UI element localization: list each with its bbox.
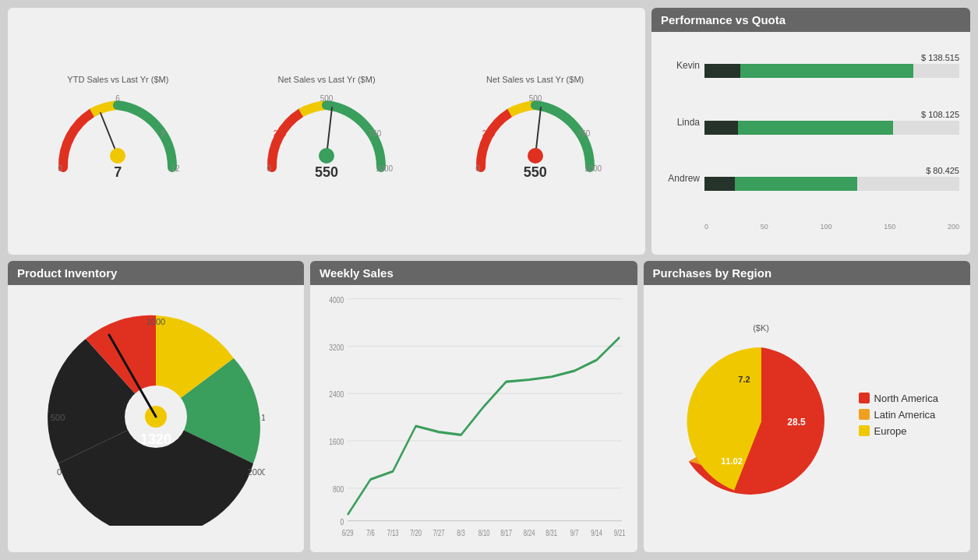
perf-linda-name: Linda (662, 117, 700, 128)
gauge-1-title: YTD Sales vs Last Yr ($M) (67, 75, 168, 84)
svg-text:0: 0 (341, 516, 344, 526)
svg-text:6: 6 (116, 94, 121, 103)
weekly-sales-panel: Weekly Sales 4000 3200 2400 1600 800 0 (310, 261, 637, 552)
gauge-3: Net Sales vs Last Yr ($M) 0 250 500 750 … (433, 75, 637, 187)
svg-text:7/6: 7/6 (366, 528, 375, 537)
legend-north-america-label: North America (874, 393, 938, 404)
perf-linda: Linda $ 108.125 (662, 110, 959, 137)
gauge-3-svg: 0 250 500 750 1000 550 (465, 86, 606, 187)
perf-andrew: Andrew $ 80.425 (662, 166, 959, 193)
svg-text:11.02: 11.02 (721, 456, 743, 466)
svg-text:7/27: 7/27 (433, 528, 445, 537)
purchases-body: ($K) 28.5 11.02 7.2 (644, 285, 971, 549)
purchases-panel: Purchases by Region ($K) 28.5 (644, 261, 971, 552)
legend-north-america-dot (859, 393, 870, 403)
svg-text:9: 9 (161, 129, 166, 138)
perf-axis-0: 0 (704, 223, 708, 231)
svg-text:1500: 1500 (261, 413, 265, 422)
gauges-panel: YTD Sales vs Last Yr ($M) 0 3 6 9 12 (8, 8, 645, 255)
inventory-body: 1000 1500 500 2000 0 1320 (8, 285, 304, 549)
svg-text:0: 0 (475, 164, 480, 173)
perf-kevin-bar: $ 138.515 (704, 53, 959, 78)
svg-text:8/10: 8/10 (478, 528, 490, 537)
svg-text:250: 250 (482, 129, 495, 138)
weekly-sales-body: 4000 3200 2400 1600 800 0 6/29 7/6 7/13 … (310, 285, 637, 549)
svg-text:250: 250 (274, 129, 287, 138)
svg-text:12: 12 (171, 164, 181, 173)
gauge-2: Net Sales vs Last Yr ($M) 0 250 500 750 … (224, 75, 429, 187)
perf-linda-bar: $ 108.125 (704, 110, 959, 135)
perf-linda-amount: $ 108.125 (704, 110, 959, 119)
svg-text:9/14: 9/14 (591, 528, 602, 537)
svg-text:500: 500 (51, 413, 65, 422)
svg-text:1000: 1000 (584, 164, 602, 173)
perf-axis-50: 50 (761, 223, 768, 231)
legend-europe-dot (859, 425, 870, 436)
purchases-header: Purchases by Region (644, 261, 971, 285)
svg-text:3200: 3200 (329, 342, 344, 351)
perf-andrew-bar: $ 80.425 (704, 166, 959, 191)
svg-text:6/29: 6/29 (342, 528, 354, 537)
performance-body: Kevin $ 138.515 Linda $ 108.125 (651, 32, 970, 252)
gauge-container: YTD Sales vs Last Yr ($M) 0 3 6 9 12 (8, 8, 645, 255)
legend-latin-america-label: Latin America (874, 409, 936, 421)
perf-axis-150: 150 (884, 223, 895, 231)
svg-text:28.5: 28.5 (787, 417, 806, 428)
svg-point-20 (528, 148, 543, 164)
svg-text:8/3: 8/3 (457, 528, 465, 537)
svg-point-6 (110, 148, 125, 164)
svg-text:0: 0 (57, 467, 62, 477)
svg-text:1000: 1000 (147, 317, 165, 326)
gauge-2-svg: 0 250 500 750 1000 550 (256, 86, 397, 187)
svg-text:7.2: 7.2 (738, 375, 750, 384)
svg-text:3: 3 (69, 129, 74, 138)
gauge-1-svg: 0 3 6 9 12 7 (48, 86, 188, 187)
svg-text:500: 500 (528, 94, 542, 103)
legend-europe-label: Europe (874, 425, 907, 437)
inventory-panel: Product Inventory (8, 261, 304, 552)
perf-andrew-name: Andrew (662, 173, 700, 184)
svg-text:750: 750 (577, 129, 590, 138)
gauge-1-value: 7 (114, 164, 122, 181)
svg-text:750: 750 (369, 129, 382, 138)
legend-north-america: North America (859, 393, 938, 404)
gauge-2-title: Net Sales vs Last Yr ($M) (277, 75, 375, 84)
perf-axis-100: 100 (820, 223, 831, 231)
perf-axis-200: 200 (948, 223, 959, 231)
performance-header: Performance vs Quota (651, 8, 970, 32)
inventory-chart: 1000 1500 500 2000 0 1320 (47, 308, 265, 526)
gauge-3-value: 550 (524, 164, 547, 181)
gauge-2-value: 550 (315, 164, 338, 181)
svg-text:500: 500 (320, 94, 334, 103)
gauge-3-title: Net Sales vs Last Yr ($M) (486, 75, 584, 84)
svg-text:8/17: 8/17 (500, 528, 512, 537)
gauge-1: YTD Sales vs Last Yr ($M) 0 3 6 9 12 (16, 75, 221, 187)
svg-text:2400: 2400 (329, 389, 344, 399)
purchases-legend: North America Latin America Europe (859, 393, 938, 442)
perf-kevin: Kevin $ 138.515 (662, 53, 959, 80)
legend-latin-america: Latin America (859, 409, 938, 421)
performance-panel: Performance vs Quota Kevin $ 138.515 (651, 8, 970, 255)
svg-text:800: 800 (333, 484, 344, 493)
svg-point-13 (319, 148, 334, 164)
legend-latin-america-dot (859, 409, 870, 420)
svg-text:8/31: 8/31 (545, 528, 557, 537)
svg-text:9/7: 9/7 (570, 528, 579, 537)
svg-text:7/13: 7/13 (387, 528, 399, 537)
svg-text:8/24: 8/24 (524, 528, 535, 537)
svg-text:1320: 1320 (140, 431, 171, 447)
svg-text:2000: 2000 (248, 467, 265, 477)
purchases-chart: ($K) 28.5 11.02 7.2 (676, 323, 847, 510)
perf-andrew-amount: $ 80.425 (704, 166, 959, 175)
svg-text:4000: 4000 (329, 294, 344, 304)
svg-text:1600: 1600 (329, 437, 344, 446)
perf-kevin-name: Kevin (662, 60, 700, 71)
inventory-header: Product Inventory (8, 261, 304, 285)
svg-text:0: 0 (58, 164, 63, 173)
svg-text:7/20: 7/20 (410, 528, 422, 537)
perf-kevin-amount: $ 138.515 (704, 53, 959, 62)
svg-text:1000: 1000 (376, 164, 394, 173)
svg-text:9/21: 9/21 (614, 528, 626, 537)
svg-text:0: 0 (267, 164, 271, 173)
purchases-subtitle: ($K) (676, 323, 847, 333)
